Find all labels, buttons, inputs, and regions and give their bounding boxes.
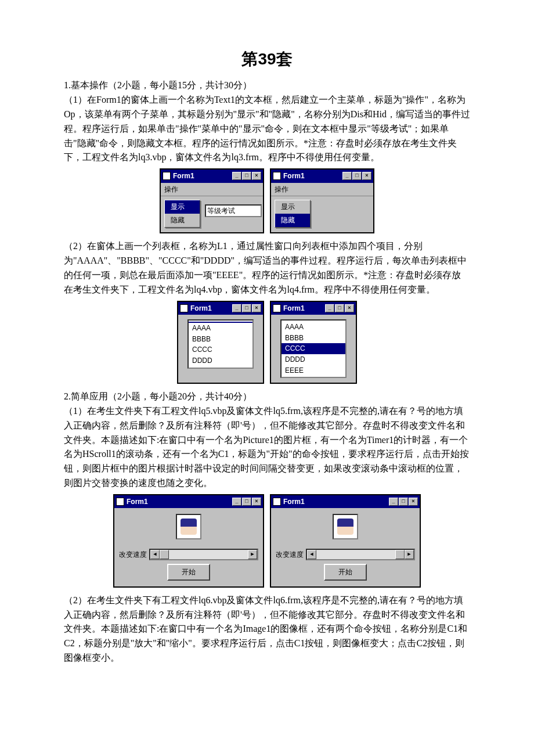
section1-heading: 1.基本操作（2小题，每小题15分，共计30分）: [64, 78, 470, 93]
maximize-button[interactable]: □: [242, 304, 251, 312]
l1-listbox[interactable]: AAAA BBBB CCCC DDDD: [187, 319, 254, 368]
figure-s1q1: Form1 _ □ × 操作 显示 隐藏 等级考试 Form1 _ □ × 操作: [64, 168, 470, 233]
menubar[interactable]: 操作: [271, 183, 373, 197]
section2-heading: 2.简单应用（2小题，每小题20分，共计40分）: [64, 390, 470, 404]
form1-window: Form1 _ □ × AAAA BBBB CCCC DDDD EEEE: [270, 301, 357, 384]
section1-q2: （2）在窗体上画一个列表框，名称为L1，通过属性窗口向列表框中添加四个项目，分别…: [64, 239, 470, 297]
menu-item-show[interactable]: 显示: [275, 200, 310, 214]
doc-title: 第39套: [64, 46, 470, 71]
form1-window: Form1 _ □ × 操作 显示 隐藏: [270, 168, 374, 233]
scroll-left-button[interactable]: ◄: [307, 550, 316, 559]
minimize-button[interactable]: _: [232, 304, 241, 312]
maximize-button[interactable]: □: [399, 498, 408, 506]
scroll-left-button[interactable]: ◄: [150, 550, 160, 559]
titlebar: Form1 _ □ ×: [271, 495, 420, 509]
titlebar: Form1 _ □ ×: [271, 170, 373, 183]
scroll-right-button[interactable]: ►: [248, 550, 257, 559]
minimize-button[interactable]: _: [389, 498, 398, 506]
scroll-right-button[interactable]: ►: [405, 550, 414, 559]
figure-s2q1: Form1 _ □ × 改变速度 ◄ ► 开始 Form1 _: [64, 494, 470, 588]
list-item[interactable]: EEEE: [282, 365, 345, 376]
window-title: Form1: [173, 171, 194, 182]
sys-icon: [116, 498, 124, 506]
list-item[interactable]: AAAA: [282, 322, 345, 333]
list-item[interactable]: AAAA: [189, 323, 252, 334]
window-title: Form1: [283, 171, 305, 182]
maximize-button[interactable]: □: [335, 304, 344, 312]
c1-start-button[interactable]: 开始: [167, 564, 210, 581]
list-item[interactable]: DDDD: [282, 354, 345, 365]
window-title: Form1: [283, 303, 305, 314]
close-button[interactable]: ×: [252, 304, 261, 312]
window-title: Form1: [283, 496, 305, 507]
minimize-button[interactable]: _: [325, 304, 334, 312]
list-item[interactable]: DDDD: [189, 355, 252, 366]
minimize-button[interactable]: _: [232, 498, 241, 506]
speed-label: 改变速度: [276, 549, 304, 560]
scroll-thumb[interactable]: [395, 550, 405, 559]
form1-window: Form1 _ □ × 改变速度 ◄ ► 开始: [270, 494, 421, 588]
close-button[interactable]: ×: [252, 172, 261, 180]
minimize-button[interactable]: _: [342, 172, 352, 180]
close-button[interactable]: ×: [252, 498, 261, 506]
list-item[interactable]: BBBB: [282, 333, 345, 344]
picture1: [176, 514, 201, 539]
close-button[interactable]: ×: [345, 304, 354, 312]
figure-s1q2: Form1 _ □ × AAAA BBBB CCCC DDDD Form1 _ …: [64, 301, 470, 384]
hscroll1[interactable]: ◄ ►: [149, 549, 258, 560]
window-title: Form1: [127, 496, 148, 507]
minimize-button[interactable]: _: [232, 172, 241, 180]
sys-icon: [273, 172, 281, 180]
l1-listbox[interactable]: AAAA BBBB CCCC DDDD EEEE: [280, 319, 347, 378]
section1-q1: （1）在Form1的窗体上画一个名称为Text1的文本框，然后建立一个主菜单，标…: [64, 93, 470, 165]
picture1: [333, 514, 358, 539]
maximize-button[interactable]: □: [352, 172, 362, 180]
titlebar: Form1 _ □ ×: [178, 302, 263, 315]
list-item[interactable]: CCCC: [189, 344, 252, 355]
face-icon: [337, 519, 353, 535]
list-item[interactable]: CCCC: [282, 343, 345, 354]
op-dropdown[interactable]: 显示 隐藏: [164, 200, 200, 227]
hscroll1[interactable]: ◄ ►: [306, 549, 415, 560]
speed-label: 改变速度: [119, 549, 147, 560]
titlebar: Form1 _ □ ×: [161, 170, 263, 183]
menubar[interactable]: 操作: [161, 183, 263, 197]
list-item[interactable]: BBBB: [189, 334, 252, 345]
titlebar: Form1 _ □ ×: [114, 495, 263, 509]
text1-textbox[interactable]: 等级考试: [205, 204, 262, 217]
close-button[interactable]: ×: [409, 498, 418, 506]
form1-window: Form1 _ □ × AAAA BBBB CCCC DDDD: [177, 301, 264, 384]
form1-window: Form1 _ □ × 改变速度 ◄ ► 开始: [113, 494, 264, 588]
maximize-button[interactable]: □: [242, 172, 251, 180]
c1-start-button[interactable]: 开始: [324, 564, 367, 581]
sys-icon: [273, 304, 281, 312]
maximize-button[interactable]: □: [242, 498, 251, 506]
scroll-thumb[interactable]: [160, 550, 169, 559]
form1-window: Form1 _ □ × 操作 显示 隐藏 等级考试: [160, 168, 264, 233]
sys-icon: [273, 498, 281, 506]
menu-item-hide[interactable]: 隐藏: [275, 214, 310, 227]
titlebar: Form1 _ □ ×: [271, 302, 356, 315]
menu-item-hide[interactable]: 隐藏: [165, 214, 200, 227]
window-title: Form1: [190, 303, 212, 314]
menu-item-show[interactable]: 显示: [165, 200, 200, 214]
section2-q1: （1）在考生文件夹下有工程文件lq5.vbp及窗体文件lq5.frm,该程序是不…: [64, 404, 470, 491]
close-button[interactable]: ×: [362, 172, 371, 180]
face-icon: [181, 519, 197, 535]
section2-q2: （2）在考生文件夹下有工程文件lq6.vbp及窗体文件lq6.frm,该程序是不…: [64, 593, 470, 665]
sys-icon: [163, 172, 171, 180]
op-dropdown[interactable]: 显示 隐藏: [275, 200, 311, 227]
sys-icon: [180, 304, 188, 312]
